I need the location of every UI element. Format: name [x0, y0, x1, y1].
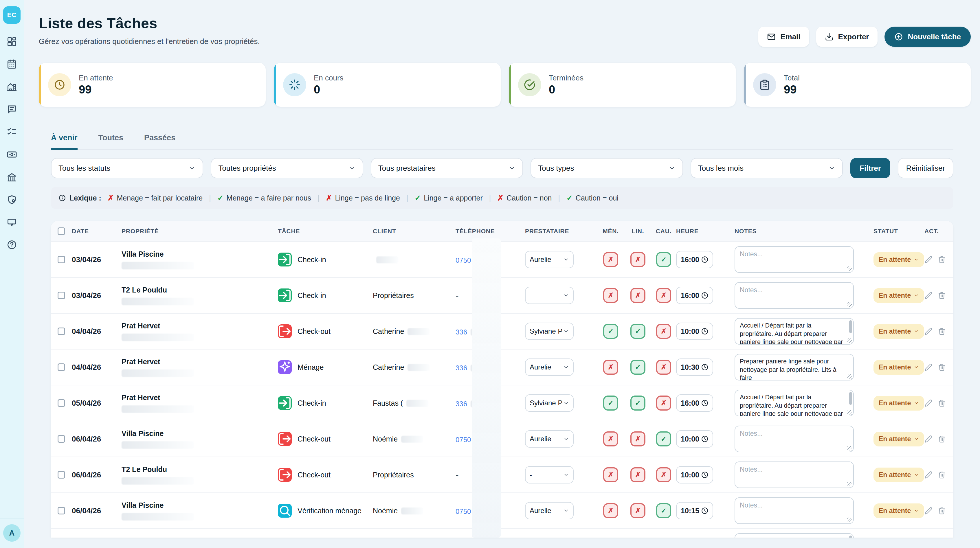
- status-badge[interactable]: En attente: [873, 288, 924, 303]
- delete-button[interactable]: [938, 507, 946, 515]
- caution-flag[interactable]: ✓: [656, 431, 671, 446]
- phone-link[interactable]: 336: [455, 400, 467, 408]
- prestataire-select[interactable]: -: [525, 466, 574, 483]
- app-logo[interactable]: EC: [3, 6, 21, 24]
- notes-textarea[interactable]: Notes...: [735, 462, 854, 488]
- tab-à-venir[interactable]: À venir: [51, 133, 78, 150]
- notes-textarea[interactable]: Accueil / Départ fait par la propriétair…: [735, 318, 854, 345]
- notes-textarea[interactable]: Notes...: [735, 497, 854, 524]
- status-badge[interactable]: En attente: [873, 396, 924, 411]
- prestataire-select[interactable]: Aurelie: [525, 251, 574, 268]
- time-input[interactable]: 10:15: [676, 502, 713, 519]
- tab-toutes[interactable]: Toutes: [99, 133, 124, 150]
- sidebar-item-calendar[interactable]: [6, 59, 17, 70]
- delete-button[interactable]: [938, 256, 946, 264]
- export-button[interactable]: Exporter: [816, 27, 878, 47]
- linge-flag[interactable]: ✗: [630, 288, 646, 303]
- linge-flag[interactable]: ✗: [630, 503, 646, 518]
- row-checkbox[interactable]: [57, 471, 65, 478]
- notes-textarea[interactable]: Accueil / Départ fait par la propriétair…: [735, 533, 854, 538]
- notes-textarea[interactable]: Notes...: [735, 246, 854, 273]
- notes-textarea[interactable]: Notes...: [735, 426, 854, 452]
- filter-select-1[interactable]: Toutes propriétés: [211, 158, 363, 178]
- delete-button[interactable]: [938, 327, 946, 335]
- phone-link[interactable]: 0750: [455, 507, 471, 515]
- prestataire-select[interactable]: Sylviane Pro: [525, 322, 574, 340]
- row-checkbox[interactable]: [57, 435, 65, 443]
- prestataire-select[interactable]: Aurelie: [525, 359, 574, 376]
- edit-button[interactable]: [924, 363, 932, 371]
- prestataire-select[interactable]: Sylviane Pro: [525, 394, 574, 412]
- menage-flag[interactable]: ✗: [603, 288, 618, 303]
- linge-flag[interactable]: ✓: [630, 360, 646, 375]
- row-checkbox[interactable]: [57, 256, 65, 263]
- edit-button[interactable]: [924, 435, 932, 443]
- phone-link[interactable]: 336: [455, 328, 467, 336]
- caution-flag[interactable]: ✗: [656, 288, 671, 303]
- delete-button[interactable]: [938, 435, 946, 443]
- sidebar-item-properties[interactable]: [6, 82, 17, 92]
- time-input[interactable]: 10:30: [676, 359, 713, 376]
- menage-flag[interactable]: ✗: [603, 252, 618, 267]
- caution-flag[interactable]: ✗: [656, 467, 671, 482]
- linge-flag[interactable]: ✗: [630, 431, 646, 446]
- new-task-button[interactable]: Nouvelle tâche: [885, 27, 971, 47]
- linge-flag[interactable]: ✗: [630, 467, 646, 482]
- menage-flag[interactable]: ✗: [603, 467, 618, 482]
- time-input[interactable]: 16:00: [676, 394, 713, 412]
- row-checkbox[interactable]: [57, 364, 65, 371]
- edit-button[interactable]: [924, 291, 932, 299]
- tab-passées[interactable]: Passées: [144, 133, 175, 150]
- filter-select-2[interactable]: Tous prestataires: [371, 158, 523, 178]
- status-badge[interactable]: En attente: [873, 360, 924, 375]
- caution-flag[interactable]: ✗: [656, 396, 671, 411]
- status-badge[interactable]: En attente: [873, 432, 924, 446]
- row-checkbox[interactable]: [57, 292, 65, 299]
- caution-flag[interactable]: ✗: [656, 324, 671, 339]
- prestataire-select[interactable]: -: [525, 287, 574, 304]
- menage-flag[interactable]: ✗: [603, 431, 618, 446]
- sidebar-item-security[interactable]: [6, 194, 17, 205]
- row-checkbox[interactable]: [57, 327, 65, 335]
- caution-flag[interactable]: ✗: [656, 360, 671, 375]
- notes-scrollbar[interactable]: [849, 392, 852, 405]
- menage-flag[interactable]: ✗: [603, 360, 618, 375]
- sidebar-item-payments[interactable]: [6, 149, 17, 160]
- linge-flag[interactable]: ✓: [630, 324, 646, 339]
- email-button[interactable]: Email: [758, 27, 809, 47]
- row-checkbox[interactable]: [57, 399, 65, 407]
- select-all-checkbox[interactable]: [57, 227, 65, 235]
- menage-flag[interactable]: ✓: [603, 396, 618, 411]
- edit-button[interactable]: [924, 471, 932, 479]
- caution-flag[interactable]: ✓: [656, 252, 671, 267]
- sidebar-item-help[interactable]: [6, 240, 17, 250]
- sidebar-item-bank[interactable]: [6, 172, 17, 182]
- sidebar-item-dashboard[interactable]: [6, 37, 17, 47]
- status-badge[interactable]: En attente: [873, 252, 924, 267]
- status-badge[interactable]: En attente: [873, 467, 924, 482]
- delete-button[interactable]: [938, 363, 946, 371]
- notes-scrollbar[interactable]: [849, 535, 852, 538]
- menage-flag[interactable]: ✗: [603, 503, 618, 518]
- time-input[interactable]: 10:00: [676, 466, 713, 483]
- time-input[interactable]: 16:00: [676, 287, 713, 304]
- linge-flag[interactable]: ✓: [630, 396, 646, 411]
- user-avatar[interactable]: A: [3, 524, 21, 542]
- time-input[interactable]: 10:00: [676, 430, 713, 448]
- delete-button[interactable]: [938, 471, 946, 479]
- edit-button[interactable]: [924, 507, 932, 515]
- filter-select-3[interactable]: Tous types: [531, 158, 683, 178]
- status-badge[interactable]: En attente: [873, 504, 924, 518]
- time-input[interactable]: 16:00: [676, 251, 713, 268]
- prestataire-select[interactable]: Aurelie: [525, 430, 574, 448]
- reset-button[interactable]: Réinitialiser: [898, 158, 953, 178]
- filter-select-0[interactable]: Tous les statuts: [51, 158, 203, 178]
- linge-flag[interactable]: ✗: [630, 252, 646, 267]
- phone-link[interactable]: 0750: [455, 436, 471, 443]
- filter-select-4[interactable]: Tous les mois: [690, 158, 843, 178]
- filter-button[interactable]: Filtrer: [850, 158, 890, 178]
- sidebar-item-presentation[interactable]: [6, 217, 17, 227]
- time-input[interactable]: 10:00: [676, 322, 713, 340]
- row-checkbox[interactable]: [57, 507, 65, 515]
- notes-scrollbar[interactable]: [849, 320, 852, 333]
